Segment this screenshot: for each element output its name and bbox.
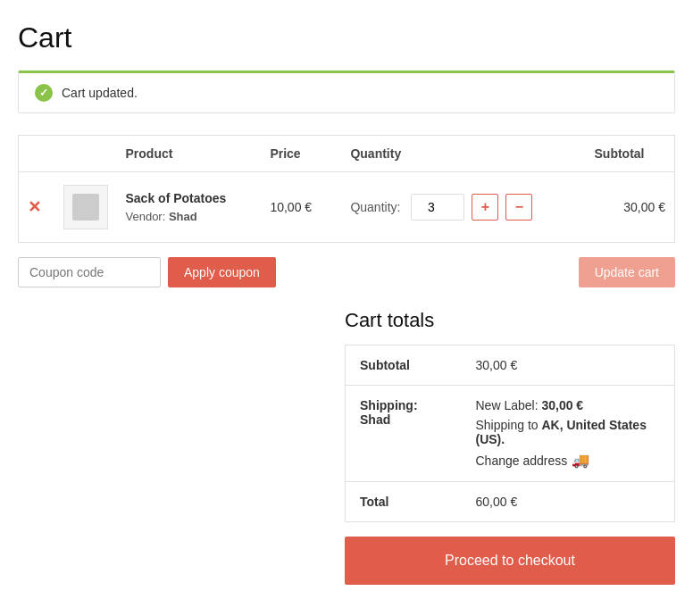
product-name: Sack of Potatoes: [126, 191, 253, 205]
col-header-image: [54, 136, 117, 172]
quantity-input[interactable]: [411, 194, 464, 221]
shipping-label: Shipping:Shad: [346, 386, 462, 482]
shipping-to: Shipping to AK, United States (US).: [476, 418, 661, 446]
product-thumbnail: [63, 185, 108, 229]
change-address-button[interactable]: Change address 🚚: [476, 452, 661, 469]
vendor-label: Vendor:: [126, 210, 166, 223]
total-value: 60,00 €: [462, 482, 675, 522]
col-header-remove: [19, 136, 54, 172]
col-header-subtotal: Subtotal: [586, 136, 675, 172]
change-address-label: Change address: [476, 454, 568, 468]
shipping-new-label: New Label: 30,00 €: [476, 398, 661, 412]
notification-message: Cart updated.: [62, 86, 138, 100]
product-vendor: Vendor: Shad: [126, 210, 197, 223]
quantity-label: Quantity:: [350, 200, 400, 214]
table-row: ✕ Sack of Potatoes Vendor: Shad 10,00 € …: [19, 172, 675, 243]
shipping-new-prefix: New Label:: [476, 398, 539, 412]
total-label: Total: [346, 482, 462, 522]
checkout-button[interactable]: Proceed to checkout: [345, 537, 675, 585]
cart-notification: Cart updated.: [18, 71, 675, 113]
shipping-value: New Label: 30,00 € Shipping to AK, Unite…: [462, 386, 675, 482]
coupon-input[interactable]: [18, 257, 161, 287]
thumbnail-placeholder: [72, 194, 99, 221]
col-header-price: Price: [261, 136, 341, 172]
quantity-cell: Quantity: + −: [341, 172, 585, 243]
product-cell: Sack of Potatoes Vendor: Shad: [117, 172, 262, 243]
totals-table: Subtotal 30,00 € Shipping:Shad New Label…: [345, 345, 675, 522]
coupon-row: Apply coupon Update cart: [18, 257, 675, 287]
total-row: Total 60,00 €: [346, 482, 675, 522]
quantity-increase-button[interactable]: +: [472, 194, 498, 221]
subtotal-row: Subtotal 30,00 €: [346, 345, 675, 386]
vendor-name: Shad: [169, 210, 197, 223]
update-cart-button[interactable]: Update cart: [579, 257, 675, 287]
coupon-left: Apply coupon: [18, 257, 276, 287]
apply-coupon-button[interactable]: Apply coupon: [168, 257, 276, 287]
shipping-row: Shipping:Shad New Label: 30,00 € Shippin…: [346, 386, 675, 482]
page-title: Cart: [18, 21, 675, 54]
product-subtotal: 30,00 €: [586, 172, 675, 243]
quantity-decrease-button[interactable]: −: [505, 194, 532, 221]
subtotal-value: 30,00 €: [462, 345, 675, 386]
col-header-quantity: Quantity: [341, 136, 585, 172]
cart-totals-section: Cart totals Subtotal 30,00 € Shipping:Sh…: [345, 309, 675, 522]
cart-table: Product Price Quantity Subtotal ✕ Sack o…: [18, 135, 675, 243]
cart-totals-title: Cart totals: [345, 309, 675, 332]
col-header-product: Product: [117, 136, 262, 172]
subtotal-label: Subtotal: [346, 345, 462, 386]
truck-icon: 🚚: [572, 452, 589, 469]
remove-item-button[interactable]: ✕: [28, 197, 41, 217]
shipping-to-prefix: Shipping to: [476, 418, 539, 432]
shipping-new-value: 30,00 €: [541, 398, 583, 412]
product-price: 10,00 €: [261, 172, 341, 243]
success-icon: [35, 84, 53, 102]
